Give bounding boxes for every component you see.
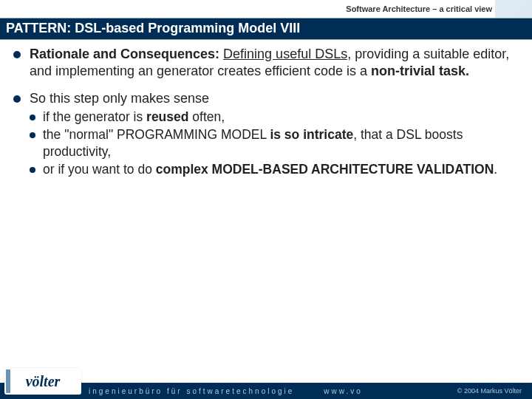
header-subtitle: Software Architecture – a critical view [346, 4, 492, 13]
bullet-dot-icon [30, 167, 35, 173]
bullet-2-lead: So this step only makes sense [30, 91, 209, 106]
bullet-2: So this step only makes sense if the gen… [13, 90, 510, 180]
logo-accent [6, 369, 10, 393]
bullet-dot-icon [30, 132, 35, 138]
sub-list: if the generator is reused often, the "n… [30, 109, 510, 178]
bullet-1: Rationale and Consequences: Defining use… [13, 46, 510, 80]
bullet-dot-icon [13, 95, 21, 103]
footer-tagline: ingenieurbüro für softwaretechnologie [89, 387, 294, 395]
sub-item-2-text: the "normal" PROGRAMMING MODEL is so int… [43, 126, 510, 160]
logo: völter [4, 368, 81, 395]
slide-title: PATTERN: DSL-based Programming Model VII… [0, 18, 532, 38]
footer-copyright: © 2004 Markus Völter [457, 387, 522, 395]
sub-item-3: or if you want to do complex MODEL-BASED… [30, 161, 510, 177]
logo-text: völter [26, 373, 61, 390]
footer-url: www.vo [324, 387, 362, 395]
sub-item-3-text: or if you want to do complex MODEL-BASED… [43, 161, 510, 177]
bullet-dot-icon [13, 51, 21, 58]
bullet-2-text: So this step only makes sense if the gen… [30, 90, 510, 180]
sub-item-1-text: if the generator is reused often, [43, 109, 510, 125]
sub-item-1: if the generator is reused often, [30, 109, 510, 125]
content-area: Rationale and Consequences: Defining use… [13, 46, 510, 181]
sub-item-2: the "normal" PROGRAMMING MODEL is so int… [30, 126, 510, 160]
bullet-dot-icon [30, 115, 35, 120]
bullet-1-text: Rationale and Consequences: Defining use… [30, 46, 510, 80]
title-bar: PATTERN: DSL-based Programming Model VII… [0, 18, 532, 40]
